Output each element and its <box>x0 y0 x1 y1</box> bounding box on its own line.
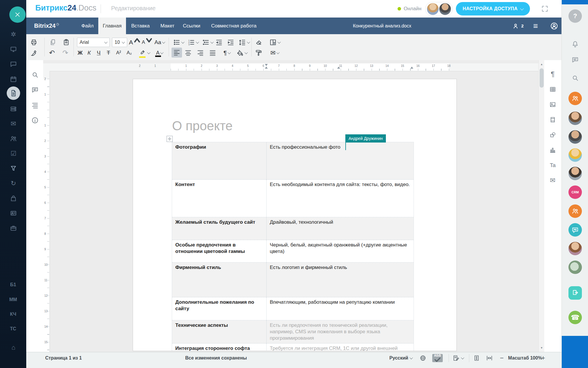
table-cell-label[interactable]: Технические аспекты <box>172 320 267 343</box>
crm-badge[interactable]: CRM <box>568 185 582 199</box>
table-cell-label[interactable]: Желаемый стиль будущего сайт <box>172 217 267 240</box>
italic-button[interactable]: К <box>88 48 91 58</box>
sidebar-item-ts[interactable]: ТС <box>0 326 26 331</box>
textart-settings-icon[interactable]: Ta <box>547 159 559 171</box>
phone-icon[interactable]: ☎ <box>568 311 582 324</box>
align-center-button[interactable] <box>184 48 192 58</box>
strikethrough-button[interactable]: Т <box>107 48 110 58</box>
subscript-button[interactable]: A₂ <box>127 48 132 58</box>
fullscreen-icon[interactable] <box>541 5 549 14</box>
sidebar-item-kch[interactable]: КЧ <box>0 312 26 317</box>
print-button[interactable] <box>30 37 38 47</box>
redo-button[interactable]: ↷ <box>62 48 68 58</box>
file-share-icon[interactable] <box>568 286 582 300</box>
chart-settings-icon[interactable] <box>547 144 559 156</box>
mail-icon[interactable]: ✉ <box>7 117 20 130</box>
tab-stop-marker[interactable] <box>337 67 340 69</box>
collaborator-avatars[interactable] <box>425 2 453 16</box>
paragraph-settings-icon[interactable]: ¶ <box>547 68 559 80</box>
funnel-icon[interactable] <box>7 162 20 175</box>
sync-icon[interactable]: ↻ <box>7 177 20 190</box>
align-right-button[interactable] <box>197 48 204 58</box>
profile-icon[interactable] <box>550 18 558 34</box>
multilevel-list-button[interactable] <box>201 37 214 47</box>
image-settings-icon[interactable] <box>547 99 559 110</box>
zoom-in-button[interactable]: + <box>541 354 545 362</box>
avatar[interactable] <box>568 261 582 274</box>
drive-icon[interactable] <box>7 103 20 115</box>
copy-button[interactable] <box>49 37 57 47</box>
paragraph-marks-button[interactable]: ¶ <box>220 48 233 58</box>
right-indent-marker[interactable] <box>410 67 413 69</box>
close-slider-button[interactable] <box>9 6 26 23</box>
desktop-icon[interactable] <box>7 43 20 56</box>
table-row[interactable]: Интеграция стороннего софта Требуется ли… <box>172 343 414 351</box>
chat-icon[interactable] <box>7 58 20 71</box>
people-icon[interactable] <box>7 132 20 145</box>
info-icon[interactable] <box>29 114 41 127</box>
copy-style-button[interactable] <box>30 48 38 58</box>
increase-font-icon[interactable]: A <box>129 37 141 47</box>
underline-button[interactable]: Ч <box>97 48 101 58</box>
shading-button[interactable] <box>268 37 282 47</box>
mail-merge-button[interactable]: ✉ <box>268 48 282 58</box>
line-spacing-button[interactable] <box>237 37 251 47</box>
justify-button[interactable] <box>209 48 216 58</box>
sidebar-item-b1[interactable]: Б1 <box>0 282 26 287</box>
navigation-icon[interactable] <box>29 99 41 112</box>
scroll-down-icon[interactable]: ▼ <box>539 345 545 351</box>
avatar[interactable] <box>568 148 582 162</box>
sidebar-item-mm[interactable]: ММ <box>0 297 26 302</box>
bullet-list-button[interactable] <box>172 37 185 47</box>
table-row[interactable]: Технические аспекты Есть ли предпочтения… <box>172 320 414 343</box>
bold-button[interactable]: Ж <box>78 48 83 58</box>
table-cell-label[interactable]: Дополнительные пожелания по сайту <box>172 297 267 320</box>
table-cell-value[interactable]: Черный, белый, акцентный оранжевый (+дру… <box>267 240 414 262</box>
document-heading[interactable]: О проекте <box>172 119 233 133</box>
scroll-up-icon[interactable]: ▲ <box>539 61 545 67</box>
pinwheel-icon[interactable]: ✲ <box>7 28 20 41</box>
access-settings-button[interactable]: НАСТРОЙКА ДОСТУПА <box>456 2 530 15</box>
vertical-ruler[interactable]: 21123456789101112131415 <box>43 71 50 352</box>
document-page[interactable]: О проекте Фотографии Есть профессиональн… <box>133 79 457 351</box>
table-row[interactable]: Фирменный стиль Есть логотип и фирменный… <box>172 263 414 297</box>
bell-icon[interactable] <box>568 37 582 51</box>
paragraph-shading-button[interactable] <box>235 48 249 58</box>
align-left-button[interactable] <box>172 48 182 58</box>
paint-roller-button[interactable] <box>255 48 262 58</box>
vertical-scrollbar[interactable]: ▲ ▼ <box>538 60 545 352</box>
project-table[interactable]: Фотографии Есть профессиональные фото Ко… <box>172 142 414 351</box>
search-icon[interactable] <box>29 68 41 81</box>
decrease-font-icon[interactable]: A <box>142 37 153 47</box>
hanging-indent-marker[interactable] <box>265 67 268 69</box>
table-row[interactable]: Особые предпочтения в отношении цветовой… <box>172 240 414 263</box>
table-cell-label[interactable]: Фирменный стиль <box>172 263 267 297</box>
fit-page-button[interactable] <box>473 354 480 362</box>
menu-home-active[interactable]: Главная <box>98 18 126 34</box>
highlight-color-button[interactable] <box>137 48 152 58</box>
table-cell-value[interactable]: Есть профессиональные фото <box>267 142 414 179</box>
table-row[interactable]: Контент Есть необходимый контента для са… <box>172 180 414 217</box>
spellcheck-toggle[interactable]: АБВ <box>432 354 443 362</box>
avatar[interactable] <box>568 167 582 180</box>
collaborators-button[interactable]: 2 <box>513 18 524 34</box>
paste-button[interactable] <box>62 37 70 47</box>
menu-insert[interactable]: Вставка <box>131 18 150 34</box>
increase-indent-button[interactable] <box>227 37 235 47</box>
decrease-indent-button[interactable] <box>215 37 223 47</box>
font-size-select[interactable]: 10 <box>112 38 127 47</box>
first-line-indent-marker[interactable] <box>265 64 268 66</box>
mail-merge-settings-icon[interactable]: ✉ <box>547 175 559 186</box>
table-cell-value[interactable]: Впечатляющим, работающим на репутацию ко… <box>267 297 414 320</box>
chat-group-icon[interactable] <box>568 223 582 237</box>
help-icon[interactable]: ? <box>568 9 582 23</box>
table-row[interactable]: Дополнительные пожелания по сайту Впечат… <box>172 297 414 320</box>
documents-icon-active[interactable] <box>7 86 20 100</box>
search-icon[interactable] <box>568 71 582 85</box>
table-cell-label[interactable]: Интеграция стороннего софта <box>172 343 267 351</box>
fit-width-button[interactable] <box>486 354 493 362</box>
set-language-icon[interactable] <box>419 354 426 362</box>
table-cell-value[interactable]: Есть необходимый контента для сайта: тек… <box>267 180 414 217</box>
table-cell-value-placeholder[interactable]: Требуется ли интеграция CRM, 1С или друг… <box>267 343 414 351</box>
table-cell-value[interactable]: Драйвовый, технологичный <box>267 217 414 240</box>
